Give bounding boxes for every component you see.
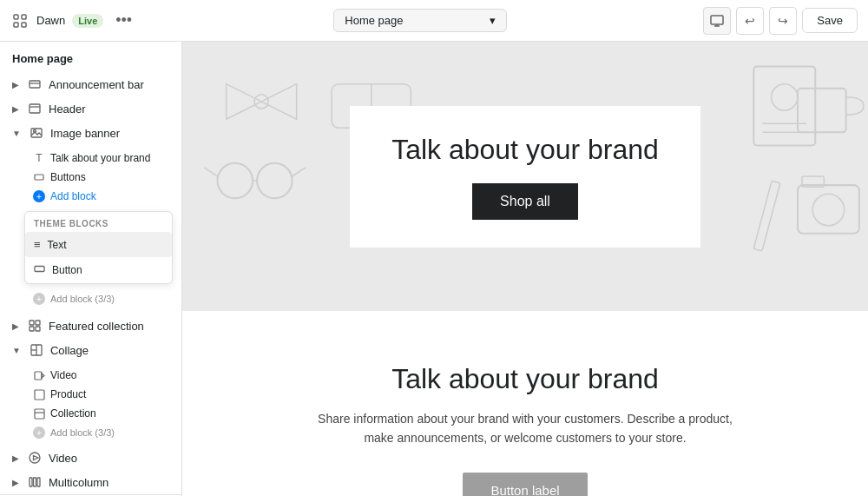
sidebar-item-talk-about-brand[interactable]: T Talk about your brand [33,149,181,168]
video-child-icon [33,369,45,381]
talk-about-brand-label: Talk about your brand [50,152,150,164]
topbar-right: ↩ ↪ Save [703,7,858,35]
main-layout: Home page ▶ Announcement bar ▶ Header [0,42,868,496]
rich-text-button[interactable]: Button label [463,473,587,496]
plus-icon-3: + [33,427,45,439]
collection-child-icon [33,407,45,420]
image-banner-canvas: Talk about your brand Shop all [182,42,868,311]
chevron-right-icon: ▶ [12,104,19,114]
multicolumn-icon [28,475,42,489]
sidebar-item-image-banner[interactable]: ▼ Image banner [0,121,181,145]
svg-rect-14 [35,267,44,272]
sidebar: Home page ▶ Announcement bar ▶ Header [0,42,182,496]
product-child-label: Product [50,388,86,400]
image-banner-add-block-button[interactable]: + Add block [33,187,181,206]
svg-marker-28 [34,456,39,460]
chevron-down-icon: ▼ [12,346,21,355]
add-block-count-label: Add block (3/3) [50,294,115,304]
collage-add-block-button[interactable]: + Add block (3/3) [33,423,181,442]
chevron-right-icon: ▶ [12,453,19,463]
add-block-label: Add block [50,190,96,202]
chevron-right-icon: ▶ [12,80,19,89]
featured-collection-icon [28,319,42,333]
product-child-icon [33,388,45,400]
button-block-label: Button [52,264,82,276]
rich-text-section: Talk about your brand Share information … [182,311,868,496]
banner-overlay: Talk about your brand Shop all [350,106,700,248]
canvas-inner: Talk about your brand Shop all Talk abou… [182,42,868,496]
theme-block-text[interactable]: ≡ Text [25,232,172,257]
live-badge: Live [72,14,103,28]
chevron-right-icon: ▶ [12,321,19,331]
collage-add-block-count: Add block (3/3) [50,427,115,438]
svg-rect-2 [14,23,18,27]
rich-text-title: Talk about your brand [200,363,851,395]
topbar: Dawn Live ••• Home page ▾ ↩ ↪ Save [0,0,868,42]
page-selector[interactable]: Home page ▾ [333,9,507,32]
rich-text-description: Share information about your brand with … [317,409,733,448]
grid-icon[interactable] [10,11,30,30]
sidebar-item-buttons[interactable]: Buttons [33,168,181,187]
button-icon [33,171,45,183]
sidebar-item-featured-collection[interactable]: ▶ Featured collection [0,314,181,338]
sidebar-item-collage[interactable]: ▼ Collage [0,338,181,362]
svg-rect-1 [22,15,26,19]
svg-rect-7 [30,81,40,88]
preview-toggle[interactable] [703,7,731,35]
svg-rect-30 [34,478,36,486]
plus-icon: + [33,190,45,202]
banner-shop-all-button[interactable]: Shop all [472,183,578,220]
video-child-label: Video [50,369,76,381]
redo-button[interactable]: ↪ [769,7,797,35]
theme-block-button[interactable]: Button [25,257,172,283]
banner-title: Talk about your brand [391,134,659,166]
plus-icon-2: + [33,293,45,305]
undo-button[interactable]: ↩ [736,7,764,35]
sidebar-item-video-section[interactable]: ▶ Video [0,446,181,470]
theme-blocks-label: THEME BLOCKS [25,212,172,232]
collage-label: Collage [50,344,89,357]
theme-blocks-dropdown: THEME BLOCKS ≡ Text Button [24,211,173,284]
svg-rect-3 [22,23,26,27]
buttons-label: Buttons [50,171,86,183]
chevron-right-icon: ▶ [12,478,19,487]
svg-rect-4 [711,16,723,24]
svg-rect-13 [35,175,43,180]
save-button[interactable]: Save [802,8,858,33]
rich-text-add-block-button[interactable]: + Add block (3/3) [33,289,181,308]
canvas: Talk about your brand Shop all Talk abou… [182,42,868,496]
sidebar-item-product[interactable]: Product [33,385,181,404]
sidebar-item-header[interactable]: ▶ Header [0,96,181,121]
sidebar-item-multicolumn[interactable]: ▶ Multicolumn [0,470,181,494]
svg-rect-31 [37,478,40,486]
svg-rect-16 [36,321,40,325]
multicolumn-label: Multicolumn [49,476,108,489]
svg-rect-18 [36,327,40,331]
sidebar-item-announcement-bar[interactable]: ▶ Announcement bar [0,72,181,96]
collection-child-label: Collection [50,407,96,420]
featured-collection-label: Featured collection [49,320,144,333]
svg-rect-25 [35,409,44,419]
text-block-label: Text [48,239,67,251]
topbar-left: Dawn Live ••• [10,10,137,31]
sidebar-item-video[interactable]: Video [33,366,181,385]
image-banner-children: T Talk about your brand Buttons + Add bl… [0,145,181,209]
svg-rect-11 [31,129,42,137]
collage-children: Video Product Collection + Add block (3/… [0,362,181,446]
svg-marker-23 [42,374,44,378]
svg-rect-22 [35,372,42,380]
svg-rect-29 [30,478,32,486]
svg-rect-24 [35,390,44,400]
sidebar-item-collection[interactable]: Collection [33,404,181,423]
text-block-icon: ≡ [34,238,41,251]
image-banner-icon [30,126,43,140]
collage-icon [30,343,43,357]
topbar-center: Home page ▾ [146,9,694,32]
store-name: Dawn [36,14,65,27]
announcement-bar-icon [28,77,42,91]
more-options-button[interactable]: ••• [110,10,137,31]
text-icon: T [33,152,45,164]
svg-rect-15 [30,321,34,325]
sidebar-header: Home page [0,42,181,72]
chevron-down-icon: ▼ [12,129,21,138]
